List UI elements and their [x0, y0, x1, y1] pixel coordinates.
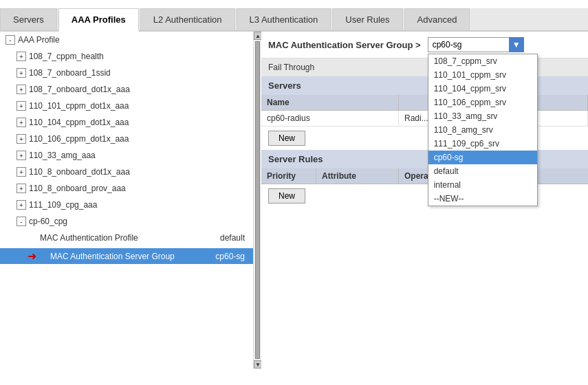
tree-item-text-110_8_onboard_dot1x_aaa: 110_8_onboard_dot1x_aaa: [29, 167, 130, 177]
servers-table-header: Name: [261, 95, 588, 111]
tree-item-text-110_101_cppm_dot1x_aaa: 110_101_cppm_dot1x_aaa: [29, 101, 129, 111]
tree-item-mac-auth-profile: MAC Authentication Profile default: [0, 230, 253, 246]
tree-node-label-110_104_cppm_dot1x_aaa[interactable]: + 110_104_cppm_dot1x_aaa: [0, 116, 253, 129]
right-panel: MAC Authentication Server Group > ▼ 108_…: [261, 32, 588, 368]
tree-item-110_8_onboard_dot1x_aaa: + 110_8_onboard_dot1x_aaa: [0, 164, 253, 180]
dropdown-option-internal[interactable]: internal: [428, 178, 537, 192]
tree-root-expand[interactable]: -: [6, 35, 15, 45]
tree-item-110_33_amg_aaa: + 110_33_amg_aaa: [0, 147, 253, 164]
tree-item-text-cp-60_cpg: cp-60_cpg: [29, 217, 67, 226]
tree-item-text-mac-auth-server-group: MAC Authentication Server Group: [50, 252, 175, 261]
tree-node-label-110_106_cppm_dot1x_aaa[interactable]: + 110_106_cppm_dot1x_aaa: [0, 133, 253, 145]
tree-root-text: AAA Profile: [18, 35, 60, 45]
tree-item-cp-60_cpg: - cp-60_cpg: [0, 213, 253, 230]
expand-btn-110_101_cppm_dot1x_aaa[interactable]: +: [17, 101, 26, 111]
tree-item-text-110_33_amg_aaa: 110_33_amg_aaa: [29, 151, 96, 160]
mac-auth-server-group-row: MAC Authentication Server Group > ▼ 108_…: [261, 32, 588, 58]
server-rules-section-header: Server Rules: [261, 150, 588, 168]
tree-item-110_106_cppm_dot1x_aaa: + 110_106_cppm_dot1x_aaa: [0, 131, 253, 147]
tree-node-label-110_8_onboard_dot1x_aaa[interactable]: + 110_8_onboard_dot1x_aaa: [0, 166, 253, 178]
tree-node-label-110_33_amg_aaa[interactable]: + 110_33_amg_aaa: [0, 149, 253, 162]
dropdown-option-110_33_amg_srv[interactable]: 110_33_amg_srv: [428, 109, 537, 123]
expand-btn-110_104_cppm_dot1x_aaa[interactable]: +: [17, 118, 26, 127]
tree-item-mac-auth-server-group: ➜ MAC Authentication Server Group cp60-s…: [0, 246, 253, 266]
servers-row-0: cp60-radius Radi...: [261, 111, 588, 126]
tree-node-label-mac-auth-server-group[interactable]: ➜ MAC Authentication Server Group cp60-s…: [0, 248, 253, 264]
tree-node-label-108_7_onboard_1ssid[interactable]: + 108_7_onboard_1ssid: [0, 67, 253, 79]
tree-item-110_104_cppm_dot1x_aaa: + 110_104_cppm_dot1x_aaa: [0, 114, 253, 131]
sr-col-0: Priority: [261, 168, 316, 184]
server-rules-label: Server Rules: [268, 154, 323, 164]
tree-item-text-108_7_cppm_health: 108_7_cppm_health: [29, 52, 104, 61]
expand-btn-110_106_cppm_dot1x_aaa[interactable]: +: [17, 134, 26, 144]
tree-item-110_101_cppm_dot1x_aaa: + 110_101_cppm_dot1x_aaa: [0, 98, 253, 114]
tree-node-label-108_7_onboard_dot1x_aaa[interactable]: + 108_7_onboard_dot1x_aaa: [0, 83, 253, 96]
server-rules-table-header: PriorityAttributeOperationOpe: [261, 168, 588, 184]
tree-node-label-110_101_cppm_dot1x_aaa[interactable]: + 110_101_cppm_dot1x_aaa: [0, 100, 253, 112]
tree-item-111_109_cpg_aaa: + 111_109_cpg_aaa: [0, 197, 253, 213]
tree-item-value-mac-auth-server-group: cp60-sg: [215, 252, 250, 261]
expand-btn-108_7_cppm_health[interactable]: +: [17, 52, 26, 61]
dropdown-option-110_106_cppm_srv[interactable]: 110_106_cppm_srv: [428, 96, 537, 109]
servers-new-button[interactable]: New: [268, 131, 305, 146]
dropdown-menu: 108_7_cppm_srv110_101_cppm_srv110_104_cp…: [428, 54, 538, 206]
expand-btn-110_33_amg_aaa[interactable]: +: [17, 151, 26, 160]
tree-item-110_8_onboard_prov_aaa: + 110_8_onboard_prov_aaa: [0, 180, 253, 197]
fail-through-row: Fail Through: [261, 58, 588, 76]
expand-btn-110_8_onboard_dot1x_aaa[interactable]: +: [17, 167, 26, 177]
breadcrumb: [0, 0, 588, 8]
red-arrow-icon: ➜: [28, 250, 36, 263]
fail-through-label: Fail Through: [268, 63, 314, 72]
tree-item-108_7_onboard_dot1x_aaa: + 108_7_onboard_dot1x_aaa: [0, 81, 253, 98]
tree-node-label-110_8_onboard_prov_aaa[interactable]: + 110_8_onboard_prov_aaa: [0, 182, 253, 195]
tree-item-text-110_106_cppm_dot1x_aaa: 110_106_cppm_dot1x_aaa: [29, 134, 129, 144]
tree-item-text-108_7_onboard_dot1x_aaa: 108_7_onboard_dot1x_aaa: [29, 85, 130, 94]
dropdown-option-108_7_cppm_srv[interactable]: 108_7_cppm_srv: [428, 54, 537, 68]
servers-col-name: Name: [261, 95, 399, 110]
tab-bar: ServersAAA ProfilesL2 AuthenticationL3 A…: [0, 8, 588, 32]
tree-item-text-111_109_cpg_aaa: 111_109_cpg_aaa: [29, 200, 97, 210]
tab-servers[interactable]: Servers: [0, 8, 57, 30]
dropdown-option-110_101_cppm_srv[interactable]: 110_101_cppm_srv: [428, 68, 537, 82]
servers-label: Servers: [268, 80, 301, 91]
expand-btn-108_7_onboard_1ssid[interactable]: +: [17, 68, 26, 78]
tab-user-rules[interactable]: User Rules: [332, 8, 402, 30]
expand-btn-cp-60_cpg[interactable]: -: [17, 217, 26, 226]
tree-item-value-mac-auth-profile: default: [220, 233, 250, 243]
tree-node-label-111_109_cpg_aaa[interactable]: + 111_109_cpg_aaa: [0, 199, 253, 211]
server-rules-new-button[interactable]: New: [268, 188, 305, 204]
expand-btn-108_7_onboard_dot1x_aaa[interactable]: +: [17, 85, 26, 94]
tree-item-text-110_104_cppm_dot1x_aaa: 110_104_cppm_dot1x_aaa: [29, 118, 129, 127]
tree-item-108_7_onboard_1ssid: + 108_7_onboard_1ssid: [0, 65, 253, 81]
tree-node-label-mac-auth-profile[interactable]: MAC Authentication Profile default: [0, 232, 253, 244]
servers-section-header: Servers: [261, 76, 588, 95]
tree-item-108_7_cppm_health: + 108_7_cppm_health: [0, 48, 253, 65]
scroll-thumb[interactable]: [255, 41, 260, 359]
tree-panel: - AAA Profile + 108_7_cppm_health + 108_…: [0, 32, 253, 368]
sr-col-1: Attribute: [316, 168, 399, 184]
dropdown-option-cp60-sg[interactable]: cp60-sg: [428, 151, 537, 164]
tree-scrollbar[interactable]: ▲ ▼: [253, 32, 261, 368]
tree-node-label-108_7_cppm_health[interactable]: + 108_7_cppm_health: [0, 50, 253, 63]
expand-btn-110_8_onboard_prov_aaa[interactable]: +: [17, 184, 26, 193]
tab-advanced[interactable]: Advanced: [404, 8, 470, 30]
expand-btn-111_109_cpg_aaa[interactable]: +: [17, 200, 26, 210]
dropdown-arrow-btn[interactable]: ▼: [509, 37, 524, 52]
tree-item-text-108_7_onboard_1ssid: 108_7_onboard_1ssid: [29, 68, 111, 78]
tree-item-text-110_8_onboard_prov_aaa: 110_8_onboard_prov_aaa: [29, 184, 126, 193]
server-name-cell: cp60-radius: [261, 111, 399, 126]
tab-aaa-profiles[interactable]: AAA Profiles: [58, 8, 139, 32]
dropdown-option-111_109_cp6_srv[interactable]: 111_109_cp6_srv: [428, 137, 537, 151]
dropdown-option-110_104_cppm_srv[interactable]: 110_104_cppm_srv: [428, 82, 537, 96]
mac-auth-label: MAC Authentication Server Group >: [268, 40, 421, 50]
dropdown-option-110_8_amg_srv[interactable]: 110_8_amg_srv: [428, 123, 537, 137]
tab-l3-auth[interactable]: L3 Authentication: [237, 8, 331, 30]
dropdown-option---NEW--[interactable]: --NEW--: [428, 192, 537, 206]
mac-auth-select-wrapper: ▼ 108_7_cppm_srv110_101_cppm_srv110_104_…: [428, 37, 524, 52]
dropdown-option-default[interactable]: default: [428, 164, 537, 178]
tree-node-label-cp-60_cpg[interactable]: - cp-60_cpg: [0, 215, 253, 228]
tab-l2-auth[interactable]: L2 Authentication: [140, 8, 235, 30]
tree-root: - AAA Profile: [0, 32, 253, 48]
tree-item-text-mac-auth-profile: MAC Authentication Profile: [40, 233, 138, 243]
tree-root-label[interactable]: - AAA Profile: [0, 34, 253, 46]
